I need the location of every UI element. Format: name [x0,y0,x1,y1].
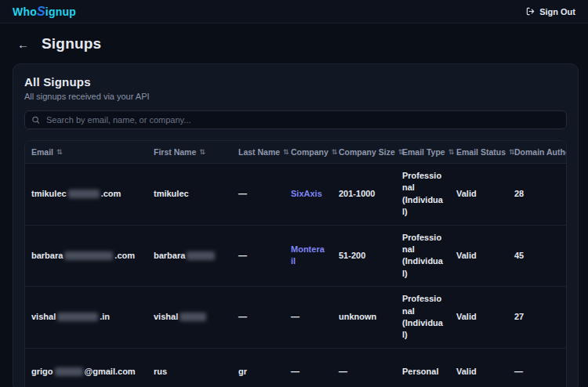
column-header-last_name[interactable]: Last Name⇅ [232,141,285,163]
logo-text: Who [13,5,37,18]
cell-email_type: Professional (Individual) [396,287,450,348]
card-subtitle: All signups received via your API [24,92,567,101]
cell-text: 201-1000 [339,188,376,200]
cell-text: unknown [339,311,376,323]
cell-domain_authority: 27 [508,287,567,348]
cell-email_type: Professional (Individual) [396,164,450,225]
column-header-domain_authority[interactable]: Domain Authority [508,141,567,163]
cell-text: vishal [31,311,56,323]
table-row: barbara.combarbara—Monterail51-200Profes… [25,226,567,288]
redacted-blur [57,313,98,321]
all-signups-card: All Signups All signups received via you… [13,63,579,387]
column-label: Company [291,147,328,157]
cell-email: grigo@gmail.com [25,349,147,387]
redacted-blur [68,190,100,198]
cell-email_type: Professional (Individual) [396,226,450,287]
top-nav: WhoSignup Sign Out [0,0,588,24]
sort-icon: ⇅ [199,149,205,156]
sign-out-button[interactable]: Sign Out [526,7,575,16]
card-title: All Signups [24,75,567,89]
cell-text: rus [154,366,167,378]
cell-text: 51-200 [339,250,365,262]
company-link[interactable]: Monterail [291,244,326,268]
table-row: grigo@gmail.comrusgr——PersonalValid— [25,349,567,387]
cell-email_status: Valid [450,349,508,387]
logout-icon [526,7,535,16]
redacted-blur [187,251,215,260]
cell-text: @gmail.com [85,366,136,378]
search-icon [31,116,40,125]
column-header-company[interactable]: Company⇅ [285,141,332,163]
cell-company: — [285,349,332,387]
cell-first_name: rus [147,349,232,387]
cell-email_type: Personal [396,349,450,387]
cell-text: — [291,366,299,378]
cell-text: Valid [456,188,477,200]
cell-text: — [514,366,523,378]
search-bar [24,110,567,129]
cell-text: barbara [154,250,185,262]
cell-email_status: Valid [450,287,508,348]
table-header-row: Email⇅First Name⇅Last Name⇅Company⇅Compa… [25,141,567,164]
logo-text: ignup [45,5,76,18]
page-title: Signups [42,35,101,52]
cell-domain_authority: 45 [508,226,567,287]
app-logo[interactable]: WhoSignup [13,5,76,19]
cell-text: Professional (Individual) [402,293,444,342]
column-header-company_size[interactable]: Company Size⇅ [332,141,396,163]
column-label: Company Size [339,147,395,157]
page-header: ← Signups [0,24,588,59]
cell-text: Personal [402,366,438,378]
column-label: First Name [154,147,196,157]
cell-text: gr [238,366,247,378]
column-header-first_name[interactable]: First Name⇅ [147,141,232,163]
column-label: Last Name [238,147,280,157]
cell-email_status: Valid [450,164,508,225]
cell-text: tmikulec [154,188,189,200]
table-row: vishal.invishal——unknownProfessional (In… [25,287,567,349]
cell-text: — [291,311,299,323]
cell-email_status: Valid [450,226,508,287]
cell-text: 27 [514,311,524,323]
cell-text: .com [114,250,135,262]
search-input[interactable] [24,110,567,129]
redacted-blur [180,313,206,321]
cell-first_name: vishal [147,287,232,348]
back-arrow-icon[interactable]: ← [16,37,31,52]
cell-email: vishal.in [25,287,147,348]
table-body: tmikulec.comtmikulec—SixAxis201-1000Prof… [25,164,566,387]
cell-text: .in [100,311,110,323]
cell-last_name: — [232,226,285,287]
cell-company: SixAxis [285,164,332,225]
column-label: Domain Authority [514,147,567,157]
cell-text: — [238,250,247,262]
cell-company_size: unknown [332,287,396,348]
cell-first_name: tmikulec [147,164,232,225]
cell-text: — [339,366,347,378]
redacted-blur [55,367,83,376]
column-header-email_type[interactable]: Email Type⇅ [396,141,450,163]
sort-icon: ⇅ [56,149,63,156]
company-link[interactable]: SixAxis [291,188,322,200]
cell-last_name: gr [232,349,285,387]
cell-text: .com [101,188,122,200]
cell-company_size: 51-200 [332,226,396,287]
cell-domain_authority: 28 [508,164,567,225]
table-row: tmikulec.comtmikulec—SixAxis201-1000Prof… [25,164,567,226]
cell-text: — [238,188,247,200]
column-label: Email Status [456,147,506,157]
redacted-blur [64,251,113,260]
cell-company: Monterail [285,226,332,287]
cell-first_name: barbara [147,226,232,287]
cell-email: tmikulec.com [25,164,147,225]
cell-text: grigo [31,366,53,378]
column-label: Email [31,147,53,157]
cell-email: barbara.com [25,226,147,287]
column-header-email[interactable]: Email⇅ [25,141,147,163]
cell-text: — [238,311,247,323]
cell-text: Professional (Individual) [402,232,444,280]
column-header-email_status[interactable]: Email Status⇅ [450,141,508,163]
cell-text: 28 [514,188,524,200]
cell-text: barbara [31,250,63,262]
cell-last_name: — [232,164,285,225]
